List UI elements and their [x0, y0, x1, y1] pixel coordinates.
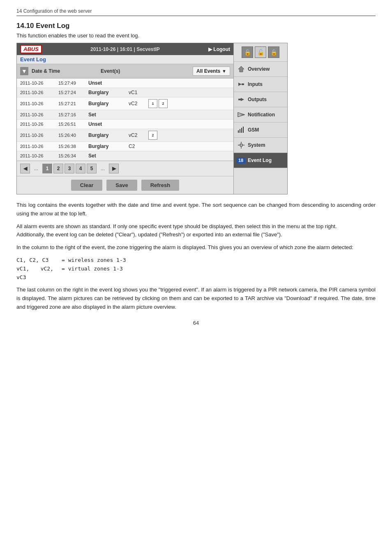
sidebar-label-outputs: Outputs — [248, 97, 267, 102]
sidebar-label-gsm: GSM — [248, 127, 259, 133]
sidebar-item-notification[interactable]: Notification — [234, 107, 287, 122]
notification-icon — [237, 111, 245, 119]
col-date-time: Date & Time — [32, 68, 97, 74]
pagination-page-1[interactable]: 1 — [42, 164, 52, 173]
event-zone: vC1 — [129, 90, 145, 95]
table-row[interactable]: 2011-10-2615:27:49Unset — [17, 79, 233, 88]
logo: ABUS — [20, 45, 42, 53]
event-date: 2011-10-26 — [20, 112, 55, 117]
table-header: ▼ Date & Time Event(s) All Events ▼ — [17, 64, 233, 79]
event-date: 2011-10-26 — [20, 144, 55, 149]
pagination-prev[interactable]: ◀ — [20, 164, 30, 173]
table-row[interactable]: 2011-10-2615:26:34Set — [17, 151, 233, 161]
pir-icon[interactable]: 2 — [159, 99, 168, 108]
lock-icon-locked[interactable]: 🔒 — [242, 46, 253, 58]
sidebar-item-outputs[interactable]: Outputs — [234, 92, 287, 107]
section-intro: This function enables the user to read t… — [16, 32, 376, 39]
sidebar-label-overview: Overview — [248, 66, 270, 72]
svg-rect-2 — [242, 83, 244, 85]
event-time: 15:26:51 — [58, 122, 85, 127]
table-row[interactable]: 2011-10-2615:26:38BurglaryC2 — [17, 142, 233, 151]
sidebar-label-inputs: Inputs — [248, 81, 263, 87]
sidebar-item-overview[interactable]: Overview — [234, 62, 287, 77]
table-row[interactable]: 2011-10-2615:27:24BurglaryvC1 — [17, 88, 233, 97]
pagination-page-2[interactable]: 2 — [53, 164, 63, 173]
table-row[interactable]: 2011-10-2615:27:21BurglaryvC212 — [17, 97, 233, 110]
event-type: Unset — [88, 80, 125, 86]
body-p1: This log contains the events together wi… — [16, 201, 376, 218]
event-time: 15:27:24 — [58, 90, 85, 95]
pagination-page-5[interactable]: 5 — [87, 164, 97, 173]
zone-table: C1, C2, C3 = wireless zones 1-3 vC1, vC2… — [16, 256, 376, 282]
body-text: This log contains the events together wi… — [16, 201, 376, 312]
sidebar-label-notification: Notification — [248, 112, 275, 118]
filter-arrow-icon: ▼ — [222, 69, 226, 74]
event-date: 2011-10-26 — [20, 101, 55, 106]
page-header: 14 Configuration of the web server — [16, 8, 376, 16]
pir-icon[interactable]: 1 — [148, 99, 157, 108]
body-p2: All alarm events are shown as standard. … — [16, 222, 376, 240]
sidebar-item-gsm[interactable]: GSM — [234, 122, 287, 138]
table-row[interactable]: 2011-10-2615:26:40BurglaryvC22 — [17, 129, 233, 142]
page-header-text: 14 Configuration of the web server — [16, 8, 92, 14]
event-type: Burglary — [88, 143, 125, 149]
ui-container: ABUS 2011-10-26 | 16:01 | SecvestIP ▶ Lo… — [16, 43, 288, 194]
event-icons[interactable]: 12 — [148, 99, 168, 108]
pagination-dots-start: ... — [31, 166, 41, 171]
pagination-dots-end: ... — [98, 166, 108, 171]
event-date: 2011-10-26 — [20, 122, 55, 127]
inputs-icon — [237, 80, 245, 88]
event-zone: vC2 — [129, 101, 145, 106]
zone2-val: = virtual zones 1-3 — [62, 265, 123, 282]
outputs-icon — [237, 95, 245, 104]
event-date: 2011-10-26 — [20, 133, 55, 138]
pagination-page-3[interactable]: 3 — [65, 164, 74, 173]
sidebar-item-system[interactable]: System — [234, 138, 287, 153]
pagination-page-4[interactable]: 4 — [76, 164, 85, 173]
all-events-filter[interactable]: All Events ▼ — [193, 67, 230, 76]
gsm-icon — [237, 126, 245, 134]
zone1-val: = wireless zones 1-3 — [62, 256, 126, 265]
zone2-key: vC1, vC2, vC3 — [16, 265, 53, 282]
table-row[interactable]: 2011-10-2615:26:51Unset — [17, 120, 233, 129]
svg-rect-9 — [241, 128, 242, 133]
pagination-next[interactable]: ▶ — [109, 164, 119, 173]
sidebar-label-system: System — [248, 142, 265, 148]
datetime: 2011-10-26 | 16:01 | SecvestIP — [90, 46, 160, 52]
right-panel: 🔒 🔓 🔒 OverviewInputsOutputsNotificationG… — [234, 43, 287, 194]
col-event: Event(s) — [101, 68, 142, 74]
event-type: Set — [88, 112, 125, 118]
event-date: 2011-10-26 — [20, 90, 55, 95]
event-date: 2011-10-26 — [20, 153, 55, 158]
sidebar-item-inputs[interactable]: Inputs — [234, 77, 287, 92]
refresh-button[interactable]: Refresh — [141, 180, 179, 191]
sort-arrow-button[interactable]: ▼ — [20, 67, 28, 75]
event-zone: C2 — [129, 143, 145, 149]
event-icons[interactable]: 2 — [148, 131, 157, 140]
event-type: Burglary — [88, 101, 125, 106]
pir-icon[interactable]: 2 — [148, 131, 157, 140]
event-time: 15:26:40 — [58, 133, 85, 138]
body-p4: In the column to the right of the event,… — [16, 243, 376, 252]
sidebar-nav: OverviewInputsOutputsNotificationGSMSyst… — [234, 62, 287, 168]
pagination: ◀...12345...▶ — [17, 161, 233, 176]
lock-icon-open[interactable]: 🔒 — [268, 46, 279, 58]
event-type: Burglary — [88, 90, 125, 95]
body-p5: The last column on the right in the even… — [16, 286, 376, 311]
left-panel: ABUS 2011-10-26 | 16:01 | SecvestIP ▶ Lo… — [17, 43, 234, 194]
clear-button[interactable]: Clear — [71, 180, 103, 191]
table-row[interactable]: 2011-10-2615:27:16Set — [17, 110, 233, 120]
svg-marker-0 — [238, 66, 244, 72]
action-bar: Clear Save Refresh — [17, 176, 233, 194]
event-time: 15:27:21 — [58, 101, 85, 106]
save-button[interactable]: Save — [106, 180, 137, 191]
event-time: 15:26:34 — [58, 153, 85, 158]
sidebar-label-eventlog: Event Log — [248, 157, 272, 163]
eventlog-icon: 18 — [237, 156, 245, 164]
zone1-key: C1, C2, C3 — [16, 256, 53, 265]
event-zone: vC2 — [129, 132, 145, 138]
logout-button[interactable]: ▶ Logout — [208, 46, 230, 52]
sidebar-item-eventlog[interactable]: 18Event Log — [234, 153, 287, 168]
lock-icon-unlock[interactable]: 🔓 — [255, 46, 266, 58]
svg-rect-3 — [238, 99, 241, 100]
